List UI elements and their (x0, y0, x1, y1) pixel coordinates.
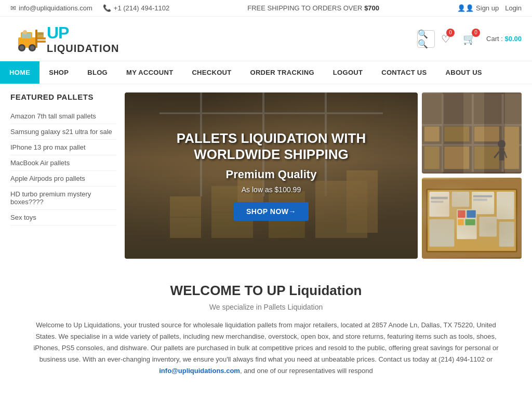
top-bar: info@upliquidations.com +1 (214) 494-110… (0, 0, 532, 17)
svg-rect-33 (474, 127, 499, 142)
wishlist-button[interactable]: ♡ 0 (441, 33, 450, 45)
main-nav: HOME SHOP BLOG MY ACCOUNT CHECKOUT ORDER… (0, 61, 532, 84)
nav-order-tracking[interactable]: ORDER TRACKING (241, 61, 323, 84)
svg-rect-28 (442, 94, 444, 172)
sidebar-title: FEATURED PALLETS (10, 92, 116, 101)
list-item[interactable]: Apple Airpods pro pallets (10, 171, 116, 187)
logo-text: UP LIQUIDATION (47, 23, 119, 55)
svg-rect-54 (473, 195, 492, 197)
logo-area[interactable]: UP LIQUIDATION (10, 22, 119, 56)
svg-rect-58 (458, 219, 464, 225)
cart-button[interactable]: 🛒 0 (463, 33, 476, 45)
svg-rect-47 (497, 192, 514, 219)
svg-point-10 (30, 46, 34, 50)
nav-logout[interactable]: LOGOUT (324, 61, 372, 84)
svg-rect-48 (429, 219, 454, 247)
svg-rect-37 (504, 127, 519, 169)
svg-point-6 (23, 30, 27, 34)
hero-area: PALLETS LIQUIDATION WITH WORLDWIDE SHIPP… (125, 92, 418, 259)
svg-rect-30 (502, 94, 504, 172)
welcome-section: WELCOME TO UP Liquidation We specialize … (17, 283, 515, 377)
shop-now-button[interactable]: SHOP NOW→ (234, 202, 309, 221)
svg-point-8 (20, 46, 24, 50)
svg-rect-32 (444, 127, 469, 142)
nav-checkout[interactable]: CHECKOUT (182, 61, 241, 84)
user-icon: 👤 (457, 4, 474, 12)
wishlist-badge: 0 (446, 29, 455, 37)
hero-price: As low as $100.99 (177, 185, 366, 194)
site-header: UP LIQUIDATION 🔍 ♡ 0 🛒 0 Cart : $0.00 (0, 17, 532, 61)
cart-amount: $0.00 (504, 35, 522, 43)
svg-rect-36 (474, 147, 499, 169)
svg-rect-27 (422, 144, 522, 146)
login-text: Login (505, 4, 522, 12)
sidebar: FEATURED PALLETS Amazon 7th tall small p… (10, 92, 125, 259)
login-link[interactable]: Login (505, 4, 522, 12)
svg-rect-56 (458, 210, 465, 218)
svg-rect-29 (472, 94, 474, 172)
nav-home[interactable]: HOME (0, 61, 39, 84)
welcome-body: Welcome to Up Liquidations, your trusted… (33, 321, 498, 363)
hero-image: PALLETS LIQUIDATION WITH WORLDWIDE SHIPP… (125, 92, 418, 259)
logo-icon-area (10, 22, 47, 56)
svg-rect-57 (467, 210, 475, 218)
nav-about-us[interactable]: ABOUT US (436, 61, 491, 84)
phone-contact[interactable]: +1 (214) 494-1102 (103, 4, 169, 12)
welcome-subtitle: We specialize in Pallets Liquidation (27, 303, 505, 311)
svg-line-40 (494, 152, 499, 158)
search-button[interactable]: 🔍 (417, 30, 435, 48)
svg-rect-5 (22, 33, 31, 38)
svg-rect-3 (35, 30, 37, 48)
right-image-2 (422, 178, 522, 259)
nav-shop[interactable]: SHOP (39, 61, 78, 84)
svg-line-41 (504, 152, 507, 158)
phone-icon (103, 4, 111, 12)
email-text: info@upliquidations.com (19, 4, 92, 12)
welcome-text-end: , and one of our representatives will re… (240, 367, 373, 375)
welcome-email-link[interactable]: info@upliquidations.com (159, 367, 240, 375)
nav-contact-us[interactable]: CONTACT US (372, 61, 436, 84)
email-contact[interactable]: info@upliquidations.com (10, 4, 92, 12)
svg-rect-51 (499, 222, 514, 247)
nav-blog[interactable]: BLOG (78, 61, 117, 84)
list-item[interactable]: MacBook Air pallets (10, 155, 116, 171)
hero-title: PALLETS LIQUIDATION WITH WORLDWIDE SHIPP… (177, 130, 366, 163)
list-item[interactable]: Amazon 7th tall small pallets (10, 109, 116, 124)
svg-rect-25 (422, 94, 522, 172)
list-item[interactable]: IPhone 13 pro max pallet (10, 140, 116, 155)
box-contents-svg (422, 178, 522, 259)
header-actions: 🔍 ♡ 0 🛒 0 Cart : $0.00 (417, 30, 522, 48)
hero-line1: PALLETS LIQUIDATION WITH (177, 130, 366, 146)
logo-up: UP (47, 23, 119, 43)
phone-text: +1 (214) 494-1102 (114, 4, 169, 12)
main-content: FEATURED PALLETS Amazon 7th tall small p… (0, 84, 532, 267)
svg-rect-35 (444, 147, 469, 169)
svg-rect-49 (457, 209, 476, 240)
hero-subtitle: Premium Quality (177, 168, 366, 181)
svg-rect-31 (424, 127, 440, 142)
logo-liquidation: LIQUIDATION (47, 43, 119, 55)
cart-badge: 0 (472, 29, 480, 37)
hero-line2: WORLDWIDE SHIPPING (194, 147, 349, 162)
svg-rect-44 (429, 192, 449, 217)
list-item[interactable]: Sex toys (10, 210, 116, 225)
search-icon: 🔍 (418, 29, 434, 49)
svg-rect-50 (479, 217, 497, 236)
svg-rect-46 (472, 192, 494, 214)
svg-rect-34 (424, 147, 440, 169)
list-item[interactable]: Samsung galaxy s21 ultra for sale (10, 124, 116, 140)
shipping-amount: $700 (364, 4, 379, 12)
svg-rect-43 (427, 189, 517, 251)
svg-rect-26 (422, 124, 522, 126)
svg-rect-42 (422, 179, 522, 257)
signup-link[interactable]: 👤 Sign up (457, 4, 499, 12)
top-bar-left: info@upliquidations.com +1 (214) 494-110… (10, 4, 169, 12)
svg-rect-1 (36, 37, 46, 39)
nav-my-account[interactable]: MY ACCOUNT (117, 61, 182, 84)
list-item[interactable]: HD turbo premium mystery boxes???? (10, 187, 116, 210)
svg-point-38 (498, 140, 506, 148)
warehouse-thumbnail-svg (422, 92, 522, 174)
svg-rect-39 (499, 148, 504, 161)
shipping-notice: FREE SHIPPING TO ORDERS OVER $700 (247, 4, 379, 12)
svg-rect-2 (36, 41, 46, 43)
